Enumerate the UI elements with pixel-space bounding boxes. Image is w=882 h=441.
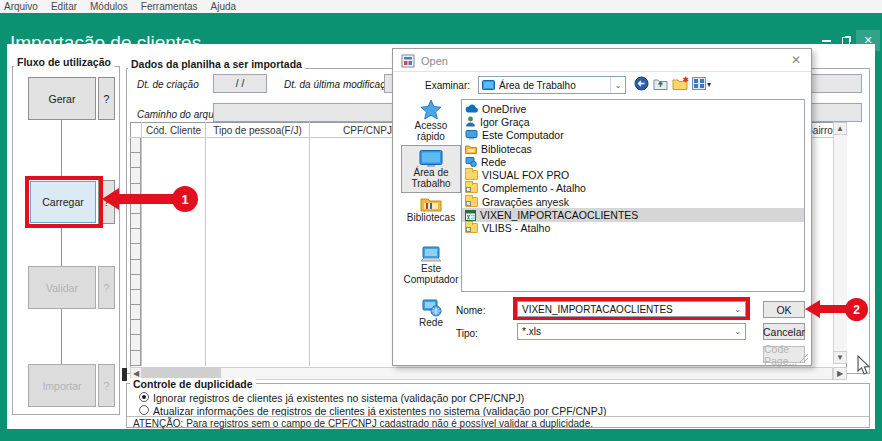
creation-date-label: Dt. de criação [137, 79, 199, 90]
menu-modulos[interactable]: Módulos [90, 1, 128, 12]
desktop-icon [419, 150, 443, 167]
menu-ajuda[interactable]: Ajuda [211, 1, 237, 12]
flow-connector [61, 120, 62, 180]
window-titlebar: Importação de clientes ✕ [0, 13, 882, 44]
file-item-complemento-atalho[interactable]: ↗ Complemento - Atalho [462, 182, 804, 195]
view-menu-dropdown-icon[interactable]: ▾ [707, 80, 711, 89]
ok-button[interactable]: OK [763, 301, 805, 318]
open-dialog-close-icon[interactable]: ✕ [791, 53, 801, 67]
file-item-visual-fox-pro[interactable]: VISUAL FOX PRO [462, 168, 804, 181]
radio-ignore-existing[interactable] [139, 392, 149, 402]
annotation-box-carregar [25, 176, 103, 228]
file-name: Este Computador [482, 129, 564, 141]
place-label: Rede [419, 317, 443, 328]
grid-record-selector [131, 138, 141, 366]
place-label: Este Computador [403, 263, 459, 285]
file-name: Rede [481, 156, 506, 168]
file-item-bibliotecas[interactable]: Bibliotecas [462, 142, 804, 155]
sheet-panel-title: Dados da planilha a ser importada [128, 58, 305, 70]
file-list[interactable]: OneDrive Igor Graça Este Computador Bibl… [461, 99, 805, 292]
gerar-help-button[interactable]: ? [98, 77, 115, 120]
place-bibliotecas[interactable]: Bibliotecas [403, 195, 459, 223]
file-name-value: VIXEN_IMPORTACAOCLIENTES [522, 304, 673, 315]
cancel-button[interactable]: Cancelar [763, 323, 805, 340]
file-item-vixen-importacaoclientes[interactable]: VIXEN_IMPORTACAOCLIENTES [462, 208, 804, 221]
look-in-combobox[interactable]: Área de Trabalho ⌄ [478, 76, 626, 94]
annotation-arrow-2-head [805, 300, 820, 318]
place-label: Bibliotecas [407, 212, 455, 223]
open-dialog-titlebar[interactable] [393, 49, 811, 72]
place-acesso-rapido[interactable]: Acesso rápido [403, 99, 459, 142]
menu-arquivo[interactable]: Arquivo [4, 1, 38, 12]
create-new-folder-icon[interactable]: ✱ [672, 76, 689, 91]
radio-update-existing[interactable] [139, 405, 149, 415]
grid-col-line [205, 122, 206, 366]
menu-bar: Arquivo Editar Módulos Ferramentas Ajuda [0, 0, 882, 13]
place-label: Acesso rápido [403, 120, 459, 142]
grid-corner-mark [122, 368, 127, 381]
grid-hscrollbar[interactable] [220, 367, 833, 380]
file-name: VISUAL FOX PRO [482, 169, 569, 181]
grid-scroll-down-button[interactable]: ▼ [833, 351, 847, 364]
menu-ferramentas[interactable]: Ferramentas [141, 1, 198, 12]
importar-button[interactable]: Importar [28, 364, 96, 407]
file-item-este-computador[interactable]: Este Computador [462, 129, 804, 142]
folder-shortcut-icon: ↗ [465, 197, 478, 207]
resize-grip-icon[interactable] [799, 353, 809, 363]
file-item-rede[interactable]: Rede [462, 155, 804, 168]
creation-date-field[interactable]: / / [213, 74, 267, 93]
file-type-combobox[interactable]: *.xls ⌄ [517, 323, 746, 340]
app-window: Arquivo Editar Módulos Ferramentas Ajuda… [0, 0, 882, 441]
chevron-down-icon[interactable]: ⌄ [730, 302, 745, 316]
chevron-down-icon[interactable]: ⌄ [730, 324, 745, 339]
file-item-onedrive[interactable]: OneDrive [462, 102, 804, 115]
validar-button[interactable]: Validar [28, 266, 96, 309]
validar-help-button[interactable]: ? [98, 266, 115, 309]
open-dialog-title: Open [421, 55, 448, 67]
place-label: Área de Trabalho [402, 167, 460, 189]
importar-help-button[interactable]: ? [98, 364, 115, 407]
desktop-icon [482, 80, 495, 91]
cloud-icon [465, 104, 478, 113]
flow-panel-title: Fluxo de utilização [14, 56, 114, 68]
grid-vscrollbar[interactable] [833, 135, 847, 351]
library-icon [465, 144, 477, 154]
grid-col-tipo-pessoa[interactable]: Tipo de pessoa(F/J) [206, 123, 309, 137]
duplicity-warning: ATENÇÃO: Para registros sem o campo de C… [133, 418, 593, 429]
grid-col-line [309, 122, 310, 366]
svg-text:✱: ✱ [683, 76, 689, 83]
look-in-label: Examinar: [425, 80, 470, 91]
folder-icon [465, 170, 478, 180]
grid-scroll-up-button[interactable]: ▲ [833, 122, 847, 135]
grid-col-cod-cliente[interactable]: Cód. Cliente [142, 123, 205, 137]
file-item-igor-graca[interactable]: Igor Graça [462, 115, 804, 128]
annotation-arrow-1-shaft [118, 194, 175, 204]
file-type-value: *.xls [522, 326, 541, 337]
file-name: VIXEN_IMPORTACAOCLIENTES [480, 209, 638, 221]
view-menu-icon[interactable] [692, 77, 706, 90]
file-type-label: Tipo: [456, 328, 478, 339]
file-name-combobox[interactable]: VIXEN_IMPORTACAOCLIENTES ⌄ [517, 301, 746, 317]
grid-col-line [141, 122, 142, 366]
excel-file-icon [465, 210, 476, 221]
grid-scroll-right-button[interactable]: ▶ [833, 367, 847, 380]
up-one-level-icon[interactable] [653, 76, 668, 91]
radio-ignore-existing-label: Ignorar registros de clientes já existen… [153, 392, 524, 404]
divider [127, 416, 869, 417]
gerar-button[interactable]: Gerar [28, 77, 96, 120]
annotation-step-1: 1 [172, 186, 198, 212]
annotation-arrow-2-shaft [819, 305, 848, 313]
computer-icon [419, 246, 443, 263]
computer-icon [465, 130, 478, 140]
file-item-vlibs-atalho[interactable]: ↗ VLIBS - Atalho [462, 222, 804, 235]
flow-connector [61, 309, 62, 364]
chevron-down-icon[interactable]: ⌄ [610, 77, 625, 93]
open-dialog: Open ✕ Examinar: Área de Trabalho ⌄ ✱ ▾ … [392, 48, 812, 366]
place-area-de-trabalho[interactable]: Área de Trabalho [401, 145, 461, 193]
annotation-arrow-1-head [102, 188, 119, 210]
go-to-last-folder-icon[interactable] [634, 76, 649, 91]
place-este-computador[interactable]: Este Computador [403, 246, 459, 285]
menu-editar[interactable]: Editar [51, 1, 77, 12]
file-item-gravacoes-anyesk[interactable]: ↗ Gravações anyesk [462, 195, 804, 208]
place-rede[interactable]: Rede [403, 299, 459, 328]
